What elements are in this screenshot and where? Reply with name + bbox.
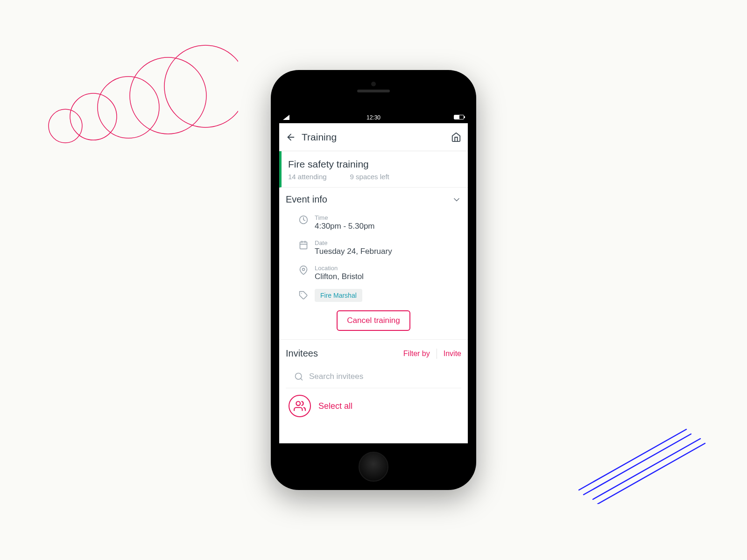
svg-point-15 <box>303 268 305 271</box>
filter-by-button[interactable]: Filter by <box>403 350 430 358</box>
location-icon <box>299 266 308 275</box>
phone-frame: 12:30 Training Fire safety training 14 a… <box>271 70 476 490</box>
svg-point-3 <box>130 57 206 134</box>
svg-point-1 <box>70 93 117 140</box>
invitees-title: Invitees <box>286 348 397 359</box>
select-all-row[interactable]: Select all <box>286 388 461 424</box>
calendar-icon <box>299 240 308 250</box>
location-value: Clifton, Bristol <box>315 272 364 281</box>
status-time: 12:30 <box>366 114 381 121</box>
event-info-toggle[interactable] <box>452 195 461 204</box>
svg-line-7 <box>593 439 700 499</box>
svg-line-5 <box>579 429 686 490</box>
cancel-training-button[interactable]: Cancel training <box>337 310 410 331</box>
divider <box>437 349 437 359</box>
attending-count: 14 attending <box>288 173 327 181</box>
tag-row: Fire Marshal <box>286 287 461 310</box>
time-value: 4:30pm - 5.30pm <box>315 222 375 231</box>
search-invitees-input[interactable] <box>309 372 455 381</box>
svg-point-4 <box>164 45 238 127</box>
svg-point-2 <box>98 77 159 138</box>
svg-line-18 <box>301 378 303 380</box>
location-label: Location <box>315 265 364 272</box>
search-icon <box>294 372 303 381</box>
info-row-date: Date Tuesday 24, February <box>286 237 461 262</box>
arrow-left-icon <box>286 132 296 142</box>
select-all-label[interactable]: Select all <box>318 401 352 411</box>
training-summary: Fire safety training 14 attending 9 spac… <box>279 151 468 188</box>
chevron-down-icon <box>452 195 461 204</box>
date-value: Tuesday 24, February <box>315 247 392 256</box>
time-label: Time <box>315 214 375 221</box>
svg-point-19 <box>296 401 300 406</box>
back-button[interactable] <box>286 132 296 142</box>
info-row-time: Time 4:30pm - 5.30pm <box>286 211 461 237</box>
invitees-section: Invitees Filter by Invite Select all <box>279 339 468 424</box>
clock-icon <box>299 215 308 224</box>
select-all-circle[interactable] <box>289 395 311 417</box>
phone-home-button <box>359 452 388 482</box>
search-row <box>286 367 461 388</box>
app-screen: 12:30 Training Fire safety training 14 a… <box>279 112 468 443</box>
category-tag[interactable]: Fire Marshal <box>315 289 362 302</box>
group-icon <box>294 400 306 412</box>
status-bar: 12:30 <box>279 112 468 123</box>
svg-line-6 <box>584 434 691 495</box>
decorative-circles <box>42 42 238 163</box>
app-header: Training <box>279 123 468 151</box>
page-title: Training <box>302 132 451 143</box>
svg-line-8 <box>598 443 705 504</box>
svg-rect-11 <box>300 242 307 249</box>
event-info-title: Event info <box>286 194 327 205</box>
training-name: Fire safety training <box>288 159 461 170</box>
home-icon <box>451 132 461 142</box>
tag-icon <box>299 291 308 300</box>
invite-button[interactable]: Invite <box>444 350 461 358</box>
signal-icon <box>283 115 289 120</box>
event-info-section: Event info Time 4:30pm - 5.30pm <box>279 188 468 339</box>
info-row-location: Location Clifton, Bristol <box>286 262 461 287</box>
decorative-lines <box>570 420 710 504</box>
date-label: Date <box>315 239 392 246</box>
battery-icon <box>454 115 464 119</box>
spaces-left: 9 spaces left <box>350 173 389 181</box>
home-button[interactable] <box>451 132 461 142</box>
svg-point-0 <box>49 109 82 143</box>
